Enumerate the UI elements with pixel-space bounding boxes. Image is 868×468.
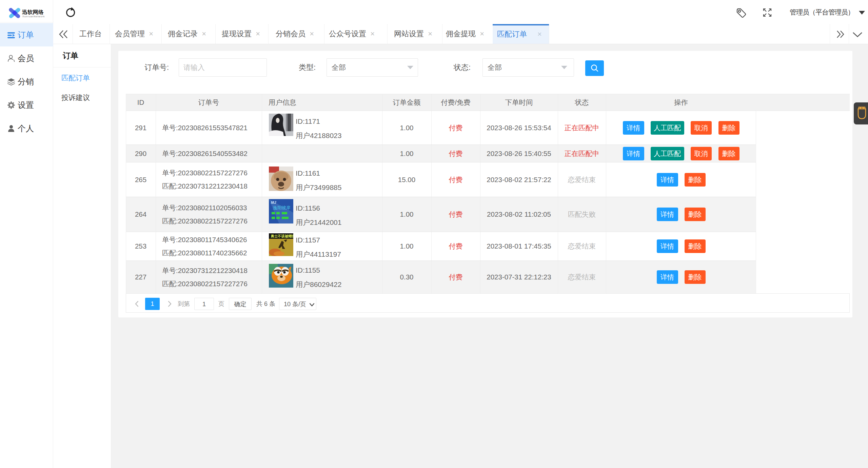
svg-text:MJ: MJ	[271, 200, 276, 204]
svg-text:勇士不该被嘲笑: 勇士不该被嘲笑	[271, 234, 293, 238]
svg-text:逸阳彼岸: 逸阳彼岸	[273, 205, 291, 210]
